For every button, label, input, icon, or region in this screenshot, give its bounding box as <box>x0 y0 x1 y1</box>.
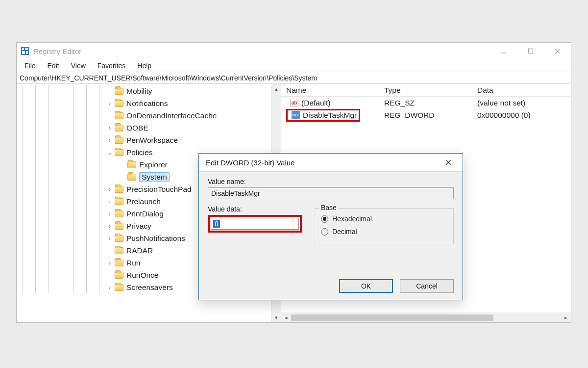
folder-icon <box>127 174 136 181</box>
value-data-input[interactable]: 0 <box>211 218 299 230</box>
value-data-text: 0 <box>213 220 220 228</box>
folder-icon <box>115 247 123 254</box>
string-value-icon: ab <box>290 99 298 107</box>
close-button[interactable] <box>544 43 571 59</box>
menu-help[interactable]: Help <box>132 61 156 71</box>
folder-icon <box>115 223 123 230</box>
tree-item[interactable]: OnDemandInterfaceCache <box>17 109 271 122</box>
edit-dword-dialog: Edit DWORD (32-bit) Value Value name: Di… <box>198 153 463 300</box>
scroll-up-icon[interactable]: ▴ <box>271 84 281 94</box>
window-title: Registry Editor <box>33 47 81 55</box>
svg-rect-1 <box>22 48 24 50</box>
tree-item-label: Mobility <box>126 87 152 96</box>
tree-item-label: System <box>139 172 170 182</box>
dialog-close-button[interactable] <box>439 155 458 170</box>
folder-icon <box>115 186 123 193</box>
minimize-button[interactable] <box>490 43 517 59</box>
tree-item-label: OnDemandInterfaceCache <box>126 111 217 120</box>
value-type: REG_DWORD <box>384 111 477 120</box>
tree-item-label: Screensavers <box>126 283 173 292</box>
radio-dec-label: Decimal <box>332 228 357 236</box>
dialog-title: Edit DWORD (32-bit) Value <box>206 158 294 167</box>
tree-item[interactable]: ›PenWorkspace <box>17 134 271 146</box>
base-groupbox: Base Hexadecimal Decimal <box>315 208 454 244</box>
value-data-label: Value data: <box>208 205 306 213</box>
list-header: Name Type Data <box>281 84 571 97</box>
folder-icon <box>127 161 136 168</box>
hscroll-left-icon[interactable]: ◂ <box>281 315 291 321</box>
value-name: (Default) <box>301 99 330 107</box>
cancel-label: Cancel <box>416 282 438 290</box>
col-header-data[interactable]: Data <box>477 86 571 95</box>
value-data: 0x00000000 (0) <box>477 111 571 120</box>
menu-view[interactable]: View <box>66 61 91 71</box>
tree-item-label: RunOnce <box>126 271 158 280</box>
radio-hex-icon <box>321 215 328 223</box>
list-hscrollbar[interactable]: ◂ ▸ <box>281 313 571 322</box>
hscroll-right-icon[interactable]: ▸ <box>561 315 571 321</box>
menubar: File Edit View Favorites Help <box>17 59 571 72</box>
ok-button[interactable]: OK <box>339 279 393 293</box>
radio-dec-icon <box>321 228 328 236</box>
svg-rect-3 <box>22 51 25 54</box>
menu-favorites[interactable]: Favorites <box>93 61 131 71</box>
value-data: (value not set) <box>477 99 571 107</box>
folder-icon <box>115 100 123 107</box>
hscroll-thumb[interactable] <box>291 315 493 321</box>
folder-icon <box>115 112 123 119</box>
folder-icon <box>115 149 123 156</box>
folder-icon <box>115 198 123 205</box>
tree-item-label: Notifications <box>126 99 168 108</box>
tree-item-label: PrintDialog <box>126 210 164 218</box>
folder-icon <box>115 260 123 266</box>
highlight-box: 011DisableTaskMgr <box>286 109 360 122</box>
svg-rect-2 <box>25 48 28 50</box>
value-data-highlight: 0 <box>208 215 302 233</box>
tree-item[interactable]: ›Notifications <box>17 97 271 109</box>
tree-item-label: Policies <box>126 148 152 157</box>
folder-icon <box>115 125 123 131</box>
address-text: Computer\HKEY_CURRENT_USER\Software\Micr… <box>20 74 317 82</box>
tree-item-label: Privacy <box>126 222 151 231</box>
folder-icon <box>115 235 123 242</box>
cancel-button[interactable]: Cancel <box>400 279 454 293</box>
tree-item-label: Explorer <box>139 160 168 169</box>
tree-item-label: OOBE <box>126 124 148 132</box>
tree-item[interactable]: Mobility <box>17 85 271 97</box>
app-icon <box>21 47 29 55</box>
tree-item-label: PushNotifications <box>126 234 185 243</box>
radio-hexadecimal[interactable]: Hexadecimal <box>321 212 447 225</box>
base-legend: Base <box>319 204 339 211</box>
menu-edit[interactable]: Edit <box>43 61 64 71</box>
list-row[interactable]: 011DisableTaskMgrREG_DWORD0x00000000 (0) <box>281 109 571 121</box>
list-row[interactable]: ab(Default)REG_SZ(value not set) <box>281 97 571 109</box>
value-name-label: Value name: <box>208 178 454 185</box>
folder-icon <box>115 88 123 95</box>
folder-icon <box>115 210 123 217</box>
dword-value-icon: 011 <box>292 111 300 119</box>
maximize-button[interactable] <box>517 43 544 59</box>
tree-item-label: PrecisionTouchPad <box>126 185 192 194</box>
ok-label: OK <box>361 282 371 290</box>
dialog-body: Value name: DisableTaskMgr Value data: 0… <box>199 171 463 300</box>
titlebar: Registry Editor <box>17 43 571 59</box>
hscroll-track[interactable] <box>291 313 561 322</box>
address-bar[interactable]: Computer\HKEY_CURRENT_USER\Software\Micr… <box>17 72 571 84</box>
tree-item[interactable]: ›OOBE <box>17 122 271 134</box>
tree-item-label: RADAR <box>126 246 153 255</box>
value-name: DisableTaskMgr <box>303 111 357 120</box>
radio-decimal[interactable]: Decimal <box>321 225 447 238</box>
tree-item-label: Run <box>126 259 140 267</box>
tree-item-label: PenWorkspace <box>126 136 178 145</box>
scroll-down-icon[interactable]: ▾ <box>271 313 281 322</box>
value-name-field: DisableTaskMgr <box>208 187 454 199</box>
value-name-text: DisableTaskMgr <box>211 189 260 197</box>
tree-item-label: Prelaunch <box>126 197 161 206</box>
col-header-type[interactable]: Type <box>384 86 477 95</box>
svg-rect-6 <box>528 49 533 53</box>
folder-icon <box>115 137 123 144</box>
col-header-name[interactable]: Name <box>281 86 384 95</box>
folder-icon <box>115 272 123 279</box>
menu-file[interactable]: File <box>20 61 41 71</box>
value-type: REG_SZ <box>384 99 477 107</box>
